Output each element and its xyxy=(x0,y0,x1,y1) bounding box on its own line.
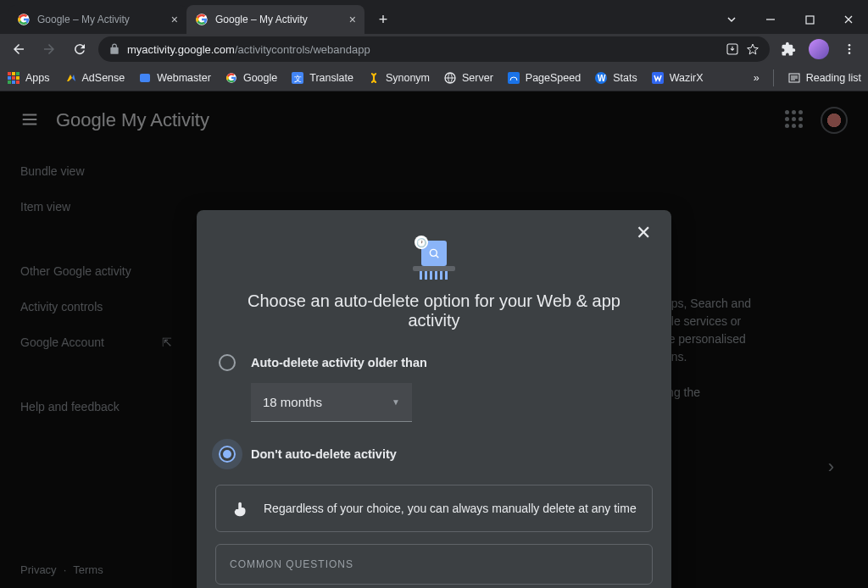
svg-point-5 xyxy=(849,48,851,51)
svg-point-4 xyxy=(849,44,851,47)
select-value: 18 months xyxy=(263,395,322,409)
tab-title: Google – My Activity xyxy=(37,14,164,25)
address-bar[interactable]: myactivity.google.com/activitycontrols/w… xyxy=(98,36,770,62)
bookmark-label: Stats xyxy=(613,72,637,84)
svg-point-6 xyxy=(849,52,851,54)
bookmark-label: PageSpeed xyxy=(526,72,581,84)
svg-rect-7 xyxy=(8,72,11,75)
browser-toolbar: myactivity.google.com/activitycontrols/w… xyxy=(0,34,868,64)
svg-rect-16 xyxy=(140,74,150,82)
bookmark-google[interactable]: Google xyxy=(225,71,277,85)
forward-button[interactable] xyxy=(37,37,61,61)
bookmark-label: Google xyxy=(243,72,277,84)
dropdown-arrow-icon: ▼ xyxy=(392,397,400,407)
browser-titlebar: Google – My Activity × Google – My Activ… xyxy=(0,0,868,34)
bookmark-star-icon[interactable] xyxy=(746,42,760,56)
apps-icon xyxy=(7,71,20,85)
extensions-icon[interactable] xyxy=(776,37,800,61)
pagespeed-icon xyxy=(507,71,520,85)
svg-rect-15 xyxy=(16,80,19,84)
stats-icon: W xyxy=(594,71,608,85)
bookmark-stats[interactable]: WStats xyxy=(594,71,637,85)
window-maximize-icon[interactable] xyxy=(790,7,829,32)
window-minimize-icon[interactable] xyxy=(751,7,790,32)
google-icon xyxy=(225,71,238,85)
radio-unselected-icon[interactable] xyxy=(219,354,236,371)
page-body: Google My Activity Bundle view Item view… xyxy=(0,92,868,588)
option-label: Auto-delete activity older than xyxy=(251,356,427,369)
option-dont-delete[interactable]: Don't auto-delete activity xyxy=(215,446,653,463)
bookmark-label: Synonym xyxy=(386,72,430,84)
bookmark-pagespeed[interactable]: PageSpeed xyxy=(507,71,581,85)
install-app-icon[interactable] xyxy=(726,42,739,56)
shredder-illustration-icon: 🕐 xyxy=(215,236,653,281)
tab-strip: Google – My Activity × Google – My Activ… xyxy=(0,5,395,34)
bookmark-translate[interactable]: 文Translate xyxy=(291,71,353,85)
svg-rect-12 xyxy=(16,76,19,80)
dialog-content: 🕐 Choose an auto-delete option for your … xyxy=(197,210,671,588)
bookmark-apps[interactable]: Apps xyxy=(7,71,50,85)
tab-close-icon[interactable]: × xyxy=(349,13,356,26)
common-questions-header[interactable]: COMMON QUESTIONS xyxy=(215,544,653,585)
radio-selected-icon[interactable] xyxy=(219,446,236,463)
reading-list-button[interactable]: Reading list xyxy=(787,71,861,85)
option-label: Don't auto-delete activity xyxy=(251,447,397,461)
back-button[interactable] xyxy=(7,37,31,61)
option-auto-delete[interactable]: Auto-delete activity older than xyxy=(215,354,653,371)
synonym-icon xyxy=(367,71,381,85)
svg-text:文: 文 xyxy=(294,75,302,83)
profile-avatar[interactable] xyxy=(807,37,831,61)
svg-rect-11 xyxy=(12,76,15,80)
window-close-icon[interactable] xyxy=(829,7,868,32)
bookmark-webmaster[interactable]: Webmaster xyxy=(138,71,211,85)
window-dropdown-icon[interactable] xyxy=(712,7,751,32)
bookmark-overflow-icon[interactable]: » xyxy=(754,72,760,84)
dialog-heading: Choose an auto-delete option for your We… xyxy=(224,291,644,330)
dialog-close-icon[interactable]: ✕ xyxy=(636,222,651,244)
url-text: myactivity.google.com/activitycontrols/w… xyxy=(127,43,719,56)
reload-button[interactable] xyxy=(68,37,92,61)
svg-rect-8 xyxy=(12,72,15,75)
browser-tab[interactable]: Google – My Activity × xyxy=(186,5,364,34)
bookmark-label: WazirX xyxy=(670,72,704,84)
webmaster-icon xyxy=(138,71,152,85)
bookmark-label: Translate xyxy=(309,72,353,84)
reading-list-icon xyxy=(787,71,801,85)
auto-delete-dialog: ✕ 🕐 Choose an auto-delete option for you… xyxy=(197,210,671,588)
server-icon xyxy=(443,71,457,85)
bookmark-server[interactable]: Server xyxy=(443,71,493,85)
browser-tab[interactable]: Google – My Activity × xyxy=(8,5,186,34)
svg-rect-14 xyxy=(12,80,15,84)
svg-rect-13 xyxy=(8,80,11,84)
info-note: Regardless of your choice, you can alway… xyxy=(215,485,653,532)
lock-icon xyxy=(108,43,120,55)
google-favicon-icon xyxy=(17,13,31,26)
svg-rect-21 xyxy=(508,72,520,84)
google-favicon-icon xyxy=(195,13,209,26)
browser-menu-icon[interactable] xyxy=(837,37,861,61)
bookmarks-bar: Apps AdSense Webmaster Google 文Translate… xyxy=(0,64,868,92)
tab-close-icon[interactable]: × xyxy=(171,13,178,26)
bookmark-wazirx[interactable]: WazirX xyxy=(651,71,704,85)
wazirx-icon xyxy=(651,71,665,85)
translate-icon: 文 xyxy=(291,71,304,85)
adsense-icon xyxy=(64,71,77,85)
window-controls xyxy=(712,7,868,34)
svg-text:W: W xyxy=(598,74,606,83)
svg-rect-2 xyxy=(806,16,814,24)
reading-list-label: Reading list xyxy=(806,72,861,84)
svg-rect-10 xyxy=(8,76,11,80)
note-text: Regardless of your choice, you can alway… xyxy=(264,502,637,515)
tab-title: Google – My Activity xyxy=(215,14,342,25)
bookmark-adsense[interactable]: AdSense xyxy=(64,71,125,85)
bookmark-synonym[interactable]: Synonym xyxy=(367,71,430,85)
bookmark-label: Server xyxy=(462,72,493,84)
touch-icon xyxy=(231,499,250,518)
svg-rect-9 xyxy=(16,72,19,75)
duration-select[interactable]: 18 months ▼ xyxy=(251,383,412,422)
bookmark-label: Webmaster xyxy=(157,72,211,84)
new-tab-button[interactable]: + xyxy=(371,8,395,31)
bookmark-label: AdSense xyxy=(82,72,125,84)
bookmark-label: Apps xyxy=(25,72,50,84)
